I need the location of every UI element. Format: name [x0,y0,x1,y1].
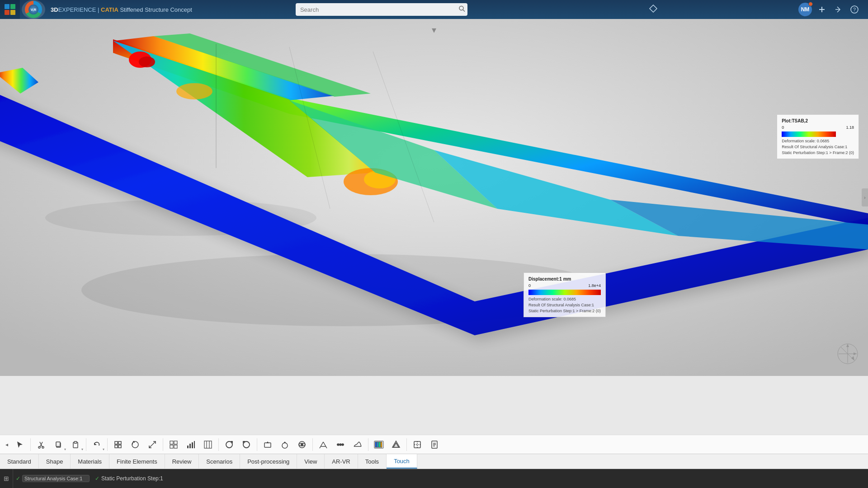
legend-side-perturbation: Static Perturbation Step:1 > Frame:2 (0) [782,150,854,155]
help-button[interactable]: ? [848,3,861,16]
svg-point-73 [337,444,339,446]
svg-marker-38 [851,356,854,361]
svg-marker-63 [266,441,269,443]
check-icon-1: ✓ [16,475,20,482]
mesh-view-btn[interactable] [165,437,182,452]
tag-icon[interactable] [648,3,659,16]
scale-tool-btn[interactable] [144,437,160,452]
viewport[interactable]: ▾ Plot:TSAB,2 0 1.18 Deformation scale: … [0,19,868,376]
right-collapse-button[interactable]: › [862,188,868,206]
select-tool-btn[interactable] [12,437,28,452]
svg-rect-54 [174,445,177,448]
statusbar: ⊞ ✓ Structural Analysis Case:1 ✓ Static … [0,469,868,488]
legend-main-result: Result Of Structural Analysis Case:1 [528,303,601,307]
topbar-right: NM ? [798,3,861,16]
navigation-triad[interactable] [836,343,859,367]
svg-rect-57 [192,442,193,448]
svg-marker-65 [283,441,286,443]
tab-ar-vr[interactable]: AR-VR [325,454,358,469]
collapse-handle[interactable]: ▾ [432,24,436,35]
rotate-tool-btn[interactable] [127,437,143,452]
svg-rect-59 [204,441,212,448]
section-cut-btn[interactable] [409,437,425,452]
experience-text: EXPERIENCE [58,6,96,13]
iso-surface-btn[interactable] [388,437,404,452]
tab-shape[interactable]: Shape [39,454,71,469]
point-sensor-btn[interactable] [315,437,331,452]
step-forward-btn[interactable] [238,437,255,452]
svg-rect-46 [118,441,121,444]
tab-post-processing[interactable]: Post-processing [240,454,297,469]
svg-line-70 [323,442,327,448]
refresh-btn[interactable] [221,437,237,452]
stress-plot-btn[interactable] [371,437,387,452]
legend-side-title: Plot:TSAB,2 [782,118,854,123]
svg-rect-80 [379,442,380,447]
search-container [296,3,467,16]
tab-finite-elements[interactable]: Finite Elements [109,454,165,469]
svg-point-68 [301,444,303,446]
status-analysis: ✓ Structural Analysis Case:1 [13,475,92,482]
toolbar-collapse[interactable]: ◂ [3,435,11,454]
copy-tool-btn[interactable] [50,437,66,452]
app-logo [0,0,20,19]
svg-rect-62 [264,443,271,447]
edge-sensor-btn[interactable] [332,437,349,452]
svg-line-69 [320,442,323,448]
svg-rect-47 [115,445,118,448]
svg-rect-51 [170,441,173,444]
share-button[interactable] [832,3,844,16]
svg-point-64 [282,443,288,448]
transform-tool-btn[interactable] [110,437,126,452]
report-btn[interactable] [426,437,443,452]
add-button[interactable] [816,3,828,16]
avatar-initials: NM [801,6,810,13]
svg-rect-48 [118,445,121,448]
svg-marker-37 [854,352,857,355]
bar-chart-btn[interactable] [183,437,199,452]
svg-rect-79 [377,442,378,447]
contour-btn[interactable] [200,437,216,452]
color-legend-main: Displacement:1 mm 0 1.8e+4 Deformation s… [524,272,606,317]
undo-tool-btn[interactable] [89,437,105,452]
sphere-select-btn[interactable] [277,437,293,452]
svg-text:?: ? [853,7,856,12]
tab-touch[interactable]: Touch [387,454,417,469]
svg-marker-83 [393,443,399,447]
compass-button[interactable]: V,R [22,0,45,19]
deform-btn[interactable] [349,437,366,452]
avatar-button[interactable]: NM [798,3,812,16]
tab-review[interactable]: Review [165,454,199,469]
compass-label: V,R [31,8,37,12]
status-step: ✓ Static Perturbation Step:1 [92,475,166,482]
box-select-btn[interactable] [259,437,276,452]
app-title: 3DEXPERIENCE | CATIA Stiffened Structure… [51,6,192,13]
tab-materials[interactable]: Materials [71,454,109,469]
orbit-btn[interactable] [294,437,310,452]
tab-tools[interactable]: Tools [358,454,387,469]
legend-side-bar [782,131,836,137]
tab-standard[interactable]: Standard [0,454,39,469]
svg-line-50 [149,441,156,448]
legend-side-deformation: Deformation scale: 0.0685 [782,139,854,143]
tab-view[interactable]: View [297,454,325,469]
search-button[interactable] [458,5,466,14]
svg-rect-78 [375,442,377,447]
menubar: Standard Shape Materials Finite Elements… [0,454,868,469]
svg-rect-3 [10,10,15,15]
statusbar-left: ⊞ [0,469,13,488]
svg-rect-53 [170,445,173,448]
svg-rect-52 [174,441,177,444]
search-input[interactable] [296,3,467,16]
svg-rect-58 [194,441,195,448]
svg-point-21 [139,56,155,67]
svg-point-39 [38,446,40,448]
cut-tool-btn[interactable] [33,437,49,452]
grid-icon[interactable]: ⊞ [4,475,9,482]
paste-tool-btn[interactable] [67,437,84,452]
analysis-case-select[interactable]: Structural Analysis Case:1 [22,475,90,482]
toolbar: ◂ [0,435,868,454]
legend-main-max: 1.8e+4 [588,283,601,288]
tab-scenarios[interactable]: Scenarios [199,454,240,469]
project-title: Stiffened Structure Concept [120,6,192,13]
